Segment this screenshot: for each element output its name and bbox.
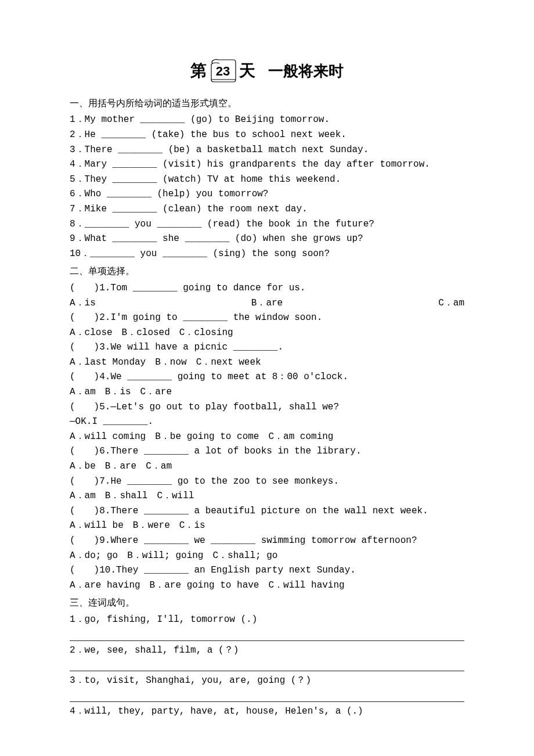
s1-item: 4．Mary ________ (visit) his grandparents… (70, 157, 464, 172)
section3-heading: 三、连词成句。 (70, 595, 464, 610)
s2-q2-opts: A．close B．closed C．closing (70, 326, 464, 341)
worksheet-page: 第 23 天 一般将来时 一、用括号内所给动词的适当形式填空。 1．My mot… (0, 0, 534, 754)
s2-q8-opts: A．will be B．were C．is (70, 519, 464, 534)
s2-q4-opts: A．am B．is C．are (70, 385, 464, 400)
s2-q7-stem: ( )7.He ________ go to the zoo to see mo… (70, 474, 464, 489)
s1-item: 10．________ you ________ (sing) the song… (70, 247, 464, 262)
s1-item: 8．________ you ________ (read) the book … (70, 217, 464, 232)
s2-q5-stem: ( )5.—Let's go out to play football, sha… (70, 400, 464, 415)
s1-item: 2．He ________ (take) the bus to school n… (70, 128, 464, 143)
day-number: 23 (216, 61, 230, 81)
s1-item: 1．My mother ________ (go) to Beijing tom… (70, 113, 464, 128)
s2-q6-stem: ( )6.There ________ a lot of books in th… (70, 444, 464, 459)
section2-heading: 二、单项选择。 (70, 264, 464, 279)
page-title: 第 23 天 一般将来时 (70, 58, 464, 84)
title-day: 天 (239, 58, 255, 84)
answer-line (70, 691, 464, 702)
s2-q1-stem: ( )1.Tom ________ going to dance for us. (70, 281, 464, 296)
s1-item: 7．Mike ________ (clean) the room next da… (70, 202, 464, 217)
s1-item: 6．Who ________ (help) you tomorrow? (70, 187, 464, 202)
s2-q3-stem: ( )3.We will have a picnic ________. (70, 340, 464, 355)
s1-item: 3．There ________ (be) a basketball match… (70, 143, 464, 158)
section1-heading: 一、用括号内所给动词的适当形式填空。 (70, 96, 464, 111)
s2-q9-stem: ( )9.Where ________ we ________ swimming… (70, 534, 464, 549)
s2-q8-stem: ( )8.There ________ a beautiful picture … (70, 504, 464, 519)
title-subtitle: 一般将来时 (268, 59, 344, 84)
s2-q1-opt-b: B．are (251, 296, 283, 311)
s3-item: 2．we, see, shall, film, a (？) (70, 643, 464, 658)
s1-item: 9．What ________ she ________ (do) when s… (70, 232, 464, 247)
answer-line (70, 630, 464, 641)
s2-q2-stem: ( )2.I'm going to ________ the window so… (70, 311, 464, 326)
s2-q7-opts: A．am B．shall C．will (70, 489, 464, 504)
s2-q5-stem2: —OK.I ________. (70, 415, 464, 430)
answer-line (70, 660, 464, 671)
s2-q9-opts: A．do; go B．will; going C．shall; go (70, 549, 464, 564)
s2-q1-opt-a: A．is (70, 296, 96, 311)
s2-q10-opts: A．are having B．are going to have C．will … (70, 578, 464, 593)
s2-q10-stem: ( )10.They ________ an English party nex… (70, 563, 464, 578)
s2-q4-stem: ( )4.We ________ going to meet at 8：00 o… (70, 370, 464, 385)
s2-q1-opts: A．is B．are C．am (70, 296, 464, 311)
s3-item: 1．go, fishing, I'll, tomorrow (.) (70, 613, 464, 628)
s2-q3-opts: A．last Monday B．now C．next week (70, 355, 464, 370)
s2-q1-opt-c: C．am (438, 296, 464, 311)
s2-q6-opts: A．be B．are C．am (70, 459, 464, 474)
s3-item: 3．to, visit, Shanghai, you, are, going (… (70, 674, 464, 689)
title-prefix: 第 (190, 58, 207, 84)
s2-q5-opts: A．will coming B．be going to come C．am co… (70, 430, 464, 445)
s1-item: 5．They ________ (watch) TV at home this … (70, 172, 464, 188)
day-badge: 23 (209, 59, 237, 83)
s3-item: 4．will, they, party, have, at, house, He… (70, 704, 464, 719)
